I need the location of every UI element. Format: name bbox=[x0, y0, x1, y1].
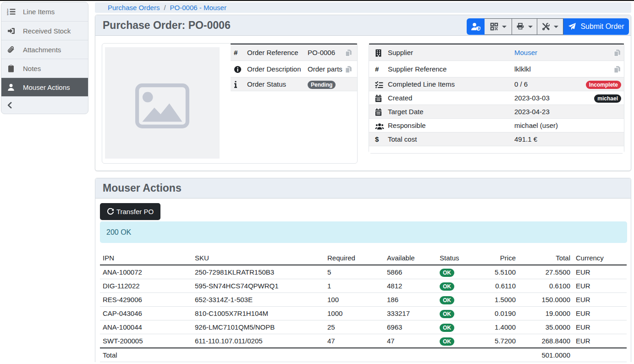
svg-text:3: 3 bbox=[7, 13, 9, 16]
